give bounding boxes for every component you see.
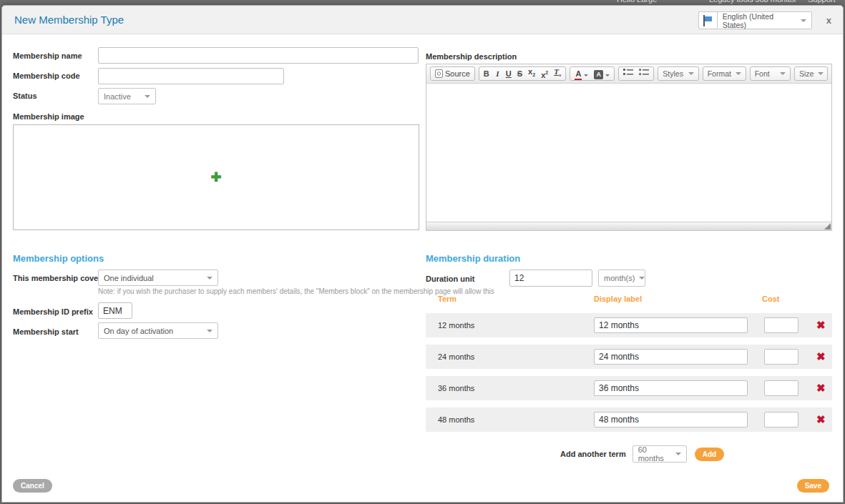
- membership-code-label: Membership code: [13, 71, 80, 80]
- duration-row-36-months: 36 months ✖: [426, 376, 832, 400]
- bg-nav-legacy-tools[interactable]: Legacy tools: [709, 0, 753, 4]
- resize-grip[interactable]: [824, 223, 831, 229]
- add-term-select[interactable]: 60 months: [632, 445, 687, 463]
- underline-button[interactable]: U: [503, 67, 514, 80]
- background-topbar: Hello Large Legacy tools Job monitor Sup…: [0, 0, 845, 5]
- bold-button[interactable]: B: [481, 67, 492, 80]
- membership-image-dropzone[interactable]: ✚: [13, 124, 419, 230]
- add-image-icon[interactable]: ✚: [210, 169, 221, 185]
- duration-table-header: Term Display label Cost: [426, 295, 832, 305]
- background-color-button[interactable]: A: [591, 67, 612, 80]
- page-title: New Membership Type: [14, 6, 124, 34]
- membership-covers-select[interactable]: One individual: [98, 270, 218, 286]
- bg-nav-support[interactable]: Support: [808, 0, 836, 4]
- source-icon: [435, 69, 443, 78]
- display-label-column-header: Display label: [594, 295, 642, 303]
- toolbar-group-lists: [618, 66, 654, 81]
- status-select-value: Inactive: [104, 92, 131, 101]
- modal-header: New Membership Type English (United Stat…: [2, 6, 843, 34]
- cancel-button[interactable]: Cancel: [13, 479, 52, 493]
- cost-column-header: Cost: [762, 295, 779, 303]
- chevron-down-icon: [605, 74, 610, 76]
- description-editor-content[interactable]: [426, 84, 831, 222]
- chevron-down-icon: [207, 330, 213, 332]
- duration-row-24-months: 24 months ✖: [426, 345, 832, 369]
- chevron-down-icon: [736, 72, 741, 75]
- remove-format-button[interactable]: Tx: [551, 65, 564, 81]
- membership-name-input[interactable]: [98, 47, 419, 64]
- delete-term-icon[interactable]: ✖: [816, 382, 826, 395]
- toolbar-group-colors: A A: [570, 66, 615, 81]
- format-dropdown[interactable]: Format: [703, 66, 746, 81]
- chevron-down-icon: [584, 74, 588, 76]
- size-dropdown[interactable]: Size: [794, 66, 828, 81]
- bg-nav-job-monitor[interactable]: Job monitor: [756, 0, 796, 4]
- text-color-button[interactable]: A: [572, 67, 591, 80]
- new-membership-type-modal: New Membership Type English (United Stat…: [1, 5, 844, 503]
- chevron-down-icon: [639, 277, 645, 280]
- close-button[interactable]: x: [824, 14, 834, 27]
- term-label: 24 months: [438, 352, 474, 361]
- description-editor: Source B I U S x2 x2 Tx A A: [426, 64, 832, 231]
- bulleted-list-button[interactable]: [636, 67, 652, 80]
- membership-start-select[interactable]: On day of activation: [98, 322, 218, 339]
- delete-term-icon[interactable]: ✖: [816, 413, 826, 426]
- font-dropdown[interactable]: Font: [750, 66, 791, 81]
- chevron-down-icon: [801, 19, 806, 22]
- add-term-row: Add another term 60 months Add: [560, 445, 724, 463]
- language-flag-icon[interactable]: [698, 11, 718, 29]
- styles-dropdown[interactable]: Styles: [658, 66, 698, 81]
- chevron-down-icon: [207, 277, 213, 280]
- superscript-button[interactable]: x2: [538, 66, 551, 81]
- status-select[interactable]: Inactive: [98, 88, 156, 104]
- duration-row-48-months: 48 months ✖: [426, 407, 832, 432]
- term-label: 36 months: [438, 384, 474, 392]
- membership-duration-heading: Membership duration: [426, 253, 520, 264]
- term-label: 48 months: [438, 415, 474, 424]
- chevron-down-icon: [780, 72, 786, 75]
- cost-input[interactable]: [764, 380, 798, 396]
- strikethrough-button[interactable]: S: [514, 67, 525, 80]
- italic-button[interactable]: I: [492, 67, 503, 80]
- cost-input[interactable]: [764, 317, 798, 333]
- duration-unit-input[interactable]: [509, 270, 592, 287]
- subscript-button[interactable]: x2: [525, 65, 538, 81]
- chevron-down-icon: [145, 95, 150, 98]
- editor-statusbar: [426, 222, 831, 230]
- delete-term-icon[interactable]: ✖: [816, 350, 826, 363]
- term-column-header: Term: [438, 295, 456, 303]
- language-select-value: English (United States): [723, 12, 796, 29]
- duration-unit-type-select[interactable]: month(s): [598, 270, 645, 287]
- membership-start-value: On day of activation: [104, 327, 173, 335]
- display-label-input[interactable]: [594, 380, 748, 396]
- source-button[interactable]: Source: [432, 67, 473, 80]
- display-label-input[interactable]: [594, 412, 748, 428]
- term-label: 12 months: [438, 321, 474, 330]
- membership-id-prefix-label: Membership ID prefix: [13, 307, 93, 316]
- display-label-input[interactable]: [594, 349, 748, 365]
- membership-code-input[interactable]: [98, 68, 284, 84]
- chevron-down-icon: [688, 72, 694, 75]
- membership-id-prefix-input[interactable]: [98, 302, 132, 319]
- editor-toolbar: Source B I U S x2 x2 Tx A A: [426, 64, 831, 84]
- membership-covers-value: One individual: [104, 274, 154, 282]
- membership-image-label: Membership image: [13, 112, 84, 121]
- save-button[interactable]: Save: [797, 479, 829, 493]
- bg-nav-user-menu[interactable]: Hello Large: [617, 0, 657, 4]
- language-select[interactable]: English (United States): [718, 11, 812, 29]
- chevron-down-icon: [675, 453, 681, 455]
- membership-covers-label: This membership covers: [13, 274, 106, 282]
- membership-options-heading: Membership options: [13, 253, 104, 264]
- cost-input[interactable]: [764, 412, 798, 428]
- duration-row-12-months: 12 months ✖: [426, 313, 832, 337]
- cost-input[interactable]: [764, 349, 798, 365]
- duration-unit-label: Duration unit: [426, 275, 474, 283]
- duration-unit-type-value: month(s): [604, 274, 635, 282]
- add-another-term-label: Add another term: [560, 450, 626, 458]
- delete-term-icon[interactable]: ✖: [816, 319, 826, 332]
- toolbar-group-basicstyles: B I U S x2 x2 Tx: [479, 66, 567, 81]
- display-label-input[interactable]: [594, 317, 748, 333]
- add-term-select-value: 60 months: [638, 445, 671, 463]
- numbered-list-button[interactable]: [620, 67, 636, 80]
- add-term-button[interactable]: Add: [695, 448, 724, 461]
